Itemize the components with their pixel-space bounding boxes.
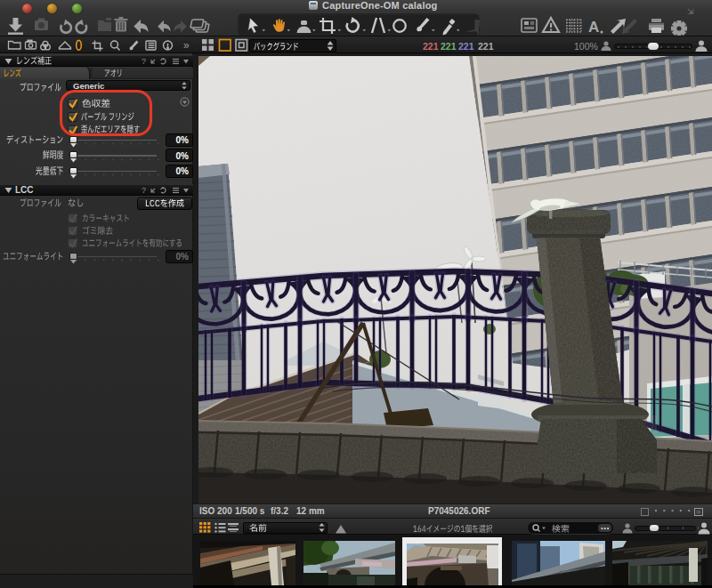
svg-text:»: » — [183, 39, 190, 52]
svg-text:A: A — [588, 19, 599, 36]
svg-text:?: ? — [142, 186, 146, 195]
svg-text:?: ? — [142, 57, 146, 66]
